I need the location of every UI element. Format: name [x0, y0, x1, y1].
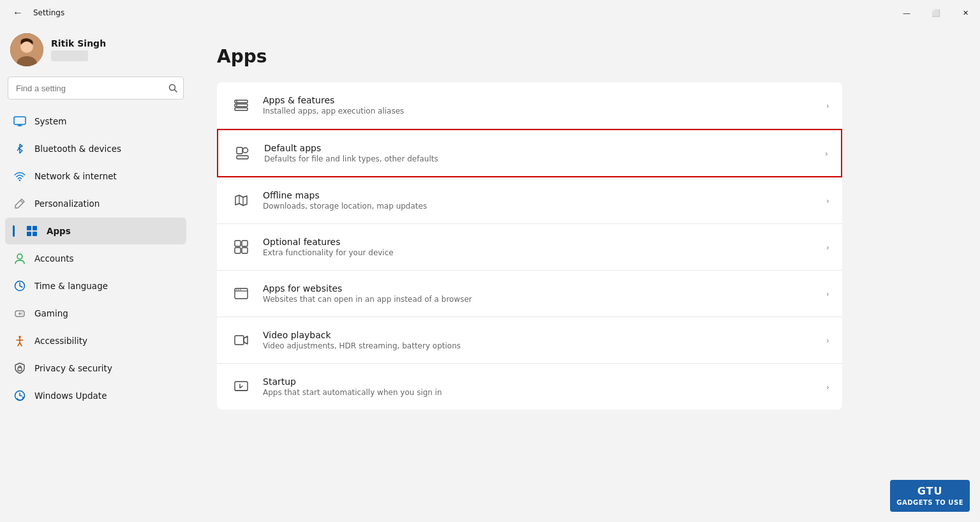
svg-rect-15 [33, 232, 37, 236]
avatar [10, 33, 43, 66]
sidebar-item-apps[interactable]: Apps [5, 218, 186, 244]
apps-websites-text: Apps for websites Websites that can open… [263, 283, 826, 304]
settings-item-apps-websites[interactable]: Apps for websites Websites that can open… [217, 271, 842, 317]
settings-item-default-apps[interactable]: Default apps Defaults for file and link … [217, 129, 842, 177]
svg-point-16 [17, 254, 22, 259]
sidebar-item-time[interactable]: Time & language [5, 272, 186, 299]
svg-rect-37 [237, 156, 248, 159]
settings-item-video-playback[interactable]: Video playback Video adjustments, HDR st… [217, 317, 842, 364]
default-apps-title: Default apps [264, 143, 825, 153]
svg-rect-14 [27, 232, 31, 236]
optional-features-text: Optional features Extra functionality fo… [263, 237, 826, 257]
svg-rect-43 [242, 248, 248, 253]
app-container: Ritik Singh System [0, 26, 980, 522]
sidebar-item-label-apps: Apps [47, 226, 179, 236]
svg-rect-41 [242, 241, 248, 246]
sidebar-item-update[interactable]: Windows Update [5, 382, 186, 409]
svg-rect-32 [235, 108, 248, 110]
default-apps-text: Default apps Defaults for file and link … [264, 143, 825, 163]
sidebar-item-system[interactable]: System [5, 108, 186, 135]
svg-point-34 [236, 105, 237, 106]
user-info: Ritik Singh [51, 38, 106, 61]
apps-features-text: Apps & features Installed apps, app exec… [263, 95, 826, 116]
sidebar-item-gaming[interactable]: Gaming [5, 300, 186, 327]
settings-item-offline-maps[interactable]: Offline maps Downloads, storage location… [217, 177, 842, 224]
svg-rect-6 [14, 117, 26, 124]
chevron-icon: › [826, 101, 829, 110]
window-title: Settings [33, 8, 64, 17]
search-icon [168, 84, 177, 93]
svg-point-22 [22, 314, 23, 315]
accessibility-icon [13, 334, 27, 348]
maximize-button[interactable]: ⬜ [921, 0, 951, 26]
minimize-button[interactable]: — [892, 0, 921, 26]
svg-rect-50 [235, 382, 248, 391]
sidebar-item-privacy[interactable]: Privacy & security [5, 355, 186, 382]
settings-list: Apps & features Installed apps, app exec… [217, 82, 842, 410]
offline-maps-title: Offline maps [263, 190, 826, 200]
sidebar-item-label-update: Windows Update [34, 391, 179, 401]
svg-rect-49 [235, 336, 244, 345]
apps-features-title: Apps & features [263, 95, 826, 105]
update-icon [13, 389, 27, 403]
settings-item-optional-features[interactable]: Optional features Extra functionality fo… [217, 224, 842, 271]
sidebar-item-accounts[interactable]: Accounts [5, 245, 186, 272]
startup-subtitle: Apps that start automatically when you s… [263, 388, 826, 397]
apps-websites-icon [230, 282, 253, 305]
apps-icon [25, 224, 39, 238]
svg-rect-35 [237, 147, 242, 154]
accounts-icon [13, 251, 27, 265]
svg-rect-40 [235, 241, 241, 246]
search-input[interactable] [8, 77, 184, 100]
startup-text: Startup Apps that start automatically wh… [263, 377, 826, 397]
watermark-text: GADGETS TO USE [896, 498, 963, 507]
default-apps-icon [231, 142, 254, 165]
page-title: Apps [217, 46, 954, 67]
gaming-icon [13, 306, 27, 320]
sidebar-item-personalization[interactable]: Personalization [5, 190, 186, 217]
svg-point-36 [243, 148, 248, 153]
svg-point-10 [19, 179, 20, 181]
sidebar-item-network[interactable]: Network & internet [5, 163, 186, 190]
svg-line-26 [18, 343, 20, 346]
startup-title: Startup [263, 377, 826, 387]
chevron-icon: › [826, 382, 829, 392]
time-icon [13, 279, 27, 293]
svg-rect-28 [18, 368, 22, 371]
network-icon [13, 169, 27, 183]
default-apps-subtitle: Defaults for file and link types, other … [264, 154, 825, 163]
sidebar: Ritik Singh System [0, 26, 191, 522]
user-profile[interactable]: Ritik Singh [5, 26, 186, 77]
search-container [8, 77, 184, 100]
offline-maps-text: Offline maps Downloads, storage location… [263, 190, 826, 211]
apps-features-subtitle: Installed apps, app execution aliases [263, 107, 826, 116]
apps-features-icon [230, 94, 253, 117]
sidebar-item-label-privacy: Privacy & security [34, 363, 179, 373]
optional-features-title: Optional features [263, 237, 826, 247]
sidebar-item-label-personalization: Personalization [34, 198, 179, 209]
main-content: Apps Apps & features Installed apps, app… [191, 26, 980, 522]
watermark-logo: GTU [896, 485, 963, 498]
settings-item-apps-features[interactable]: Apps & features Installed apps, app exec… [217, 82, 842, 129]
sidebar-nav: System Bluetooth & devices Network & int… [5, 107, 186, 410]
user-name: Ritik Singh [51, 38, 106, 48]
back-button[interactable]: ← [8, 4, 28, 21]
chevron-icon: › [825, 149, 828, 158]
chevron-icon: › [826, 289, 829, 299]
chevron-icon: › [826, 336, 829, 345]
pencil-icon [13, 197, 27, 211]
video-playback-title: Video playback [263, 330, 826, 340]
sidebar-item-accessibility[interactable]: Accessibility [5, 327, 186, 354]
window-controls: — ⬜ ✕ [892, 0, 980, 26]
offline-maps-icon [230, 189, 253, 212]
video-playback-subtitle: Video adjustments, HDR streaming, batter… [263, 341, 826, 350]
svg-line-27 [20, 343, 22, 346]
svg-point-46 [236, 289, 237, 290]
chevron-icon: › [826, 242, 829, 252]
sidebar-item-bluetooth[interactable]: Bluetooth & devices [5, 135, 186, 162]
settings-item-startup[interactable]: Startup Apps that start automatically wh… [217, 364, 842, 410]
chevron-icon: › [826, 196, 829, 205]
svg-line-5 [175, 90, 177, 93]
sidebar-item-label-gaming: Gaming [34, 308, 179, 318]
close-button[interactable]: ✕ [951, 0, 980, 26]
